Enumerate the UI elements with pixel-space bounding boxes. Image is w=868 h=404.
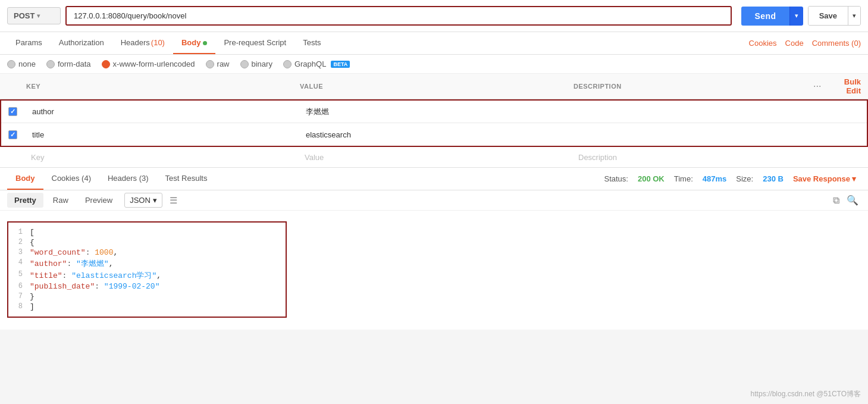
sub-tab-preview[interactable]: Preview: [78, 193, 120, 208]
beta-badge: BETA: [331, 61, 350, 68]
radio-graphql-icon: [283, 60, 292, 68]
line-content: ]: [30, 302, 35, 311]
key-placeholder[interactable]: Key: [26, 149, 300, 165]
code-line: 3 "word_count": 1000,: [8, 248, 286, 258]
response-action-icons: ⧉ 🔍: [833, 195, 861, 206]
radio-binary-icon: [240, 60, 249, 68]
size-value: 230 B: [763, 174, 784, 183]
method-arrow-icon: ▾: [37, 12, 40, 19]
code-line: 7 }: [8, 292, 286, 302]
code-token: {: [30, 238, 35, 247]
code-token: :: [62, 271, 72, 280]
option-none[interactable]: none: [7, 59, 36, 68]
response-sub-tabs-row: Pretty Raw Preview JSON ▾ ☰ ⧉ 🔍: [0, 190, 868, 211]
radio-formdata-icon: [46, 60, 55, 68]
code-token: "elasticsearch学习": [71, 271, 156, 280]
code-token: :: [86, 248, 95, 257]
save-dropdown-arrow[interactable]: ▾: [848, 7, 860, 25]
row2-checkbox-cell: ✓: [8, 130, 27, 139]
option-binary[interactable]: binary: [240, 59, 272, 68]
send-dropdown-arrow[interactable]: ▾: [789, 7, 803, 26]
description-column-header: DESCRIPTION: [574, 83, 813, 90]
option-raw[interactable]: raw: [206, 59, 230, 68]
radio-raw-icon: [206, 60, 214, 68]
code-token: ,: [113, 248, 118, 257]
response-info: Status: 200 OK Time: 487ms Size: 230 B S…: [604, 174, 861, 183]
time-value: 487ms: [703, 174, 726, 183]
row1-key[interactable]: author: [27, 104, 301, 120]
code-line: 4 "author": "李燃燃",: [8, 258, 286, 270]
response-tabs-row: Body Cookies (4) Headers (3) Test Result…: [0, 168, 868, 190]
comments-link[interactable]: Comments (0): [812, 39, 861, 48]
row2-value[interactable]: elasticsearch: [301, 127, 575, 143]
row2-key[interactable]: title: [27, 127, 301, 143]
code-token: }: [30, 292, 35, 301]
save-button[interactable]: Save: [809, 7, 848, 25]
send-button[interactable]: Send: [741, 7, 789, 26]
line-content: "author": "李燃燃",: [30, 258, 113, 269]
option-urlencoded[interactable]: x-www-form-urlencoded: [102, 59, 195, 68]
format-selector[interactable]: JSON ▾: [124, 193, 162, 208]
tab-headers[interactable]: Headers(10): [112, 32, 173, 54]
tab-body[interactable]: Body: [173, 32, 216, 54]
body-dot-icon: [203, 41, 207, 45]
more-options-icon[interactable]: ···: [813, 81, 821, 92]
search-icon[interactable]: 🔍: [847, 195, 858, 206]
line-number: 8: [8, 302, 30, 311]
row2-description[interactable]: [575, 131, 860, 138]
code-token: ,: [156, 271, 161, 280]
value-placeholder[interactable]: Value: [300, 149, 574, 165]
option-graphql[interactable]: GraphQL BETA: [283, 59, 350, 68]
tabs-left: Params Authorization Headers(10) Body Pr…: [7, 32, 330, 54]
code-line: 2 {: [8, 237, 286, 248]
url-input[interactable]: [65, 6, 732, 26]
bulk-edit-button[interactable]: Bulk Edit: [828, 77, 861, 95]
tab-authorization[interactable]: Authorization: [51, 32, 112, 54]
line-number: 5: [8, 270, 30, 278]
method-selector[interactable]: POST ▾: [7, 7, 61, 24]
option-graphql-label: GraphQL: [294, 59, 326, 68]
tab-tests[interactable]: Tests: [294, 32, 329, 54]
row1-checkbox[interactable]: ✓: [8, 107, 17, 116]
check-icon: ✓: [10, 131, 15, 138]
row2-checkbox[interactable]: ✓: [8, 130, 17, 139]
params-table-area: KEY VALUE DESCRIPTION ··· Bulk Edit ✓ au…: [0, 74, 868, 168]
option-raw-label: raw: [217, 59, 230, 68]
format-lines-icon[interactable]: ☰: [170, 195, 177, 206]
code-token: "publish_date": [30, 282, 95, 291]
code-line: 6 "publish_date": "1999-02-20": [8, 281, 286, 292]
response-tab-body[interactable]: Body: [7, 168, 43, 190]
row1-value[interactable]: 李燃燃: [301, 103, 575, 121]
code-line: 1[: [8, 227, 286, 237]
save-response-button[interactable]: Save Response ▾: [793, 174, 856, 183]
copy-icon[interactable]: ⧉: [833, 195, 839, 206]
method-label: POST: [14, 11, 35, 20]
response-tab-headers[interactable]: Headers (3): [99, 168, 157, 190]
response-tab-testresults[interactable]: Test Results: [157, 168, 216, 190]
tab-params[interactable]: Params: [7, 32, 51, 54]
option-form-data[interactable]: form-data: [46, 59, 91, 68]
response-tab-cookies[interactable]: Cookies (4): [43, 168, 99, 190]
code-token: :: [67, 259, 76, 268]
description-placeholder[interactable]: Description: [574, 149, 861, 165]
tab-prerequest[interactable]: Pre-request Script: [215, 32, 294, 54]
line-number: 7: [8, 292, 30, 300]
sub-tab-pretty[interactable]: Pretty: [7, 193, 43, 208]
value-column-header: VALUE: [300, 83, 574, 90]
code-token: ]: [30, 302, 35, 311]
format-label: JSON: [130, 196, 151, 205]
row1-description[interactable]: [575, 108, 860, 115]
code-line: 5 "title": "elasticsearch学习",: [8, 270, 286, 281]
radio-urlencoded-icon: [102, 60, 110, 68]
status-value: 200 OK: [638, 174, 665, 183]
line-number: 2: [8, 238, 30, 246]
save-response-label: Save Response: [793, 174, 850, 183]
line-content: "word_count": 1000,: [30, 248, 118, 257]
line-content: }: [30, 292, 35, 301]
top-bar: POST ▾ Send ▾ Save ▾: [0, 0, 868, 32]
sub-tab-raw[interactable]: Raw: [46, 193, 76, 208]
cookies-link[interactable]: Cookies: [749, 39, 777, 48]
response-tabs-left: Body Cookies (4) Headers (3) Test Result…: [7, 168, 215, 190]
time-label: Time:: [674, 174, 693, 183]
code-link[interactable]: Code: [785, 39, 804, 48]
